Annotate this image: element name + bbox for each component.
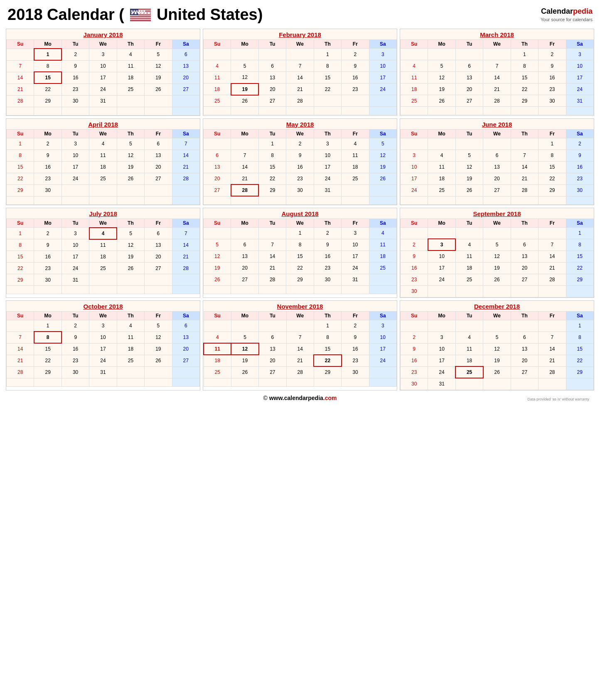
calendar-cell: 29 xyxy=(566,366,593,378)
calendar-cell: 27 xyxy=(258,95,286,107)
calendar-cell: 23 xyxy=(314,262,341,274)
calendar-cell: 12 xyxy=(455,161,483,173)
calendar-cell: 4 xyxy=(428,150,455,161)
calendar-cell xyxy=(369,285,396,294)
calendar-cell: 12 xyxy=(369,150,396,161)
calendar-cell: 31 xyxy=(428,378,455,390)
calendar-cell: 18 xyxy=(401,84,428,95)
day-header-fr: Fr xyxy=(342,40,369,49)
calendar-cell: 18 xyxy=(204,84,231,95)
month-block: April 2018SuMoTuWeThFrSa1234567891011121… xyxy=(6,118,200,205)
day-header-th: Th xyxy=(117,129,144,138)
calendar-cell: 19 xyxy=(455,173,483,184)
day-header-mo: Mo xyxy=(428,219,455,227)
calendar-cell xyxy=(566,378,593,390)
day-header-tu: Tu xyxy=(61,129,89,138)
calendar-cell xyxy=(89,378,117,386)
calendar-cell: 12 xyxy=(204,251,231,262)
calendar-cell: 26 xyxy=(231,366,258,378)
calendar-cell xyxy=(231,107,258,115)
calendar-cell: 21 xyxy=(172,161,199,173)
calendar-cell: 5 xyxy=(483,239,511,251)
calendar-cell: 17 xyxy=(89,72,117,84)
month-title: May 2018 xyxy=(203,119,397,129)
calendar-cell: 13 xyxy=(511,251,538,262)
calendar-cell: 18 xyxy=(428,173,455,184)
day-header-fr: Fr xyxy=(539,40,566,49)
calendar-cell: 22 xyxy=(539,173,566,184)
calendar-cell xyxy=(511,378,538,390)
calendar-cell: 3 xyxy=(61,138,89,150)
calendar-cell: 25 xyxy=(455,366,483,378)
day-header-we: We xyxy=(286,219,314,227)
calendar-cell: 30 xyxy=(34,184,61,196)
calendar-cell xyxy=(61,286,89,294)
calendar-cell: 21 xyxy=(7,355,34,366)
month-table: SuMoTuWeThFrSa12345678910111213141516171… xyxy=(6,311,200,387)
day-header-tu: Tu xyxy=(258,219,286,227)
calendar-cell: 3 xyxy=(369,320,396,332)
calendar-cell: 21 xyxy=(172,251,199,263)
day-header-th: Th xyxy=(511,40,538,49)
calendar-cell: 6 xyxy=(455,60,483,72)
calendar-cell: 23 xyxy=(342,84,369,95)
calendar-cell xyxy=(231,320,258,332)
calendar-cell: 24 xyxy=(61,173,89,184)
calendar-cell: 16 xyxy=(61,343,89,355)
calendar-cell: 10 xyxy=(61,239,89,251)
month-title: January 2018 xyxy=(6,29,200,39)
day-header-mo: Mo xyxy=(34,311,61,320)
calendar-cell xyxy=(89,107,117,115)
calendar-cell xyxy=(483,378,511,390)
disclaimer-text: Data provided 'as is' without warranty xyxy=(527,397,589,401)
calendar-cell: 4 xyxy=(342,138,369,150)
calendar-cell xyxy=(286,196,314,204)
month-table: SuMoTuWeThFrSa12345678910111213141516171… xyxy=(400,129,594,205)
website-url: www.calendarpedia.com xyxy=(269,395,337,401)
month-block: September 2018SuMoTuWeThFrSa123456789101… xyxy=(400,208,594,298)
calendar-cell xyxy=(117,184,144,196)
calendar-cell: 5 xyxy=(204,239,231,251)
calendar-cell: 23 xyxy=(34,173,61,184)
page-title: 2018 Calendar ( ★★★★★★ ★★★★★★ ★★★★★ Unit… xyxy=(7,6,263,24)
calendar-cell: 10 xyxy=(428,251,455,262)
calendar-cell: 7 xyxy=(539,332,566,343)
calendar-cell xyxy=(369,274,396,285)
calendar-cell: 5 xyxy=(483,332,511,343)
calendar-cell: 22 xyxy=(34,84,61,95)
calendar-cell: 18 xyxy=(369,251,396,262)
calendar-cell: 25 xyxy=(428,184,455,196)
calendar-cell: 26 xyxy=(455,184,483,196)
calendar-cell: 6 xyxy=(145,228,172,239)
day-header-tu: Tu xyxy=(61,311,89,320)
calendar-cell: 17 xyxy=(61,251,89,263)
calendar-cell: 16 xyxy=(61,72,89,84)
calendar-cell xyxy=(204,107,231,115)
calendar-cell: 2 xyxy=(342,49,369,60)
calendar-cell: 20 xyxy=(259,355,286,366)
calendar-cell: 14 xyxy=(483,72,511,84)
calendar-cell: 8 xyxy=(286,239,314,251)
day-header-fr: Fr xyxy=(342,311,369,320)
calendar-cell: 10 xyxy=(401,161,428,173)
calendar-cell: 2 xyxy=(314,227,341,239)
calendar-cell: 25 xyxy=(117,84,144,95)
month-title: June 2018 xyxy=(400,119,594,129)
calendar-cell xyxy=(89,184,117,196)
day-header-sa: Sa xyxy=(369,40,396,49)
calendar-cell: 9 xyxy=(34,239,61,251)
day-header-su: Su xyxy=(7,219,34,228)
day-header-th: Th xyxy=(511,219,538,227)
day-header-mo: Mo xyxy=(428,311,455,320)
calendar-cell: 11 xyxy=(455,343,483,355)
calendar-cell: 5 xyxy=(455,150,483,161)
month-block: February 2018SuMoTuWeThFrSa1234567891011… xyxy=(203,29,397,116)
calendar-cell: 14 xyxy=(258,251,286,262)
calendar-cell: 27 xyxy=(145,263,172,274)
calendar-cell: 10 xyxy=(89,60,117,72)
month-table: SuMoTuWeThFrSa12345678910111213141516171… xyxy=(203,129,397,205)
calendar-cell: 30 xyxy=(342,366,369,378)
calendar-cell: 28 xyxy=(286,366,314,378)
calendar-cell: 5 xyxy=(145,320,172,332)
calendar-cell xyxy=(566,196,593,204)
